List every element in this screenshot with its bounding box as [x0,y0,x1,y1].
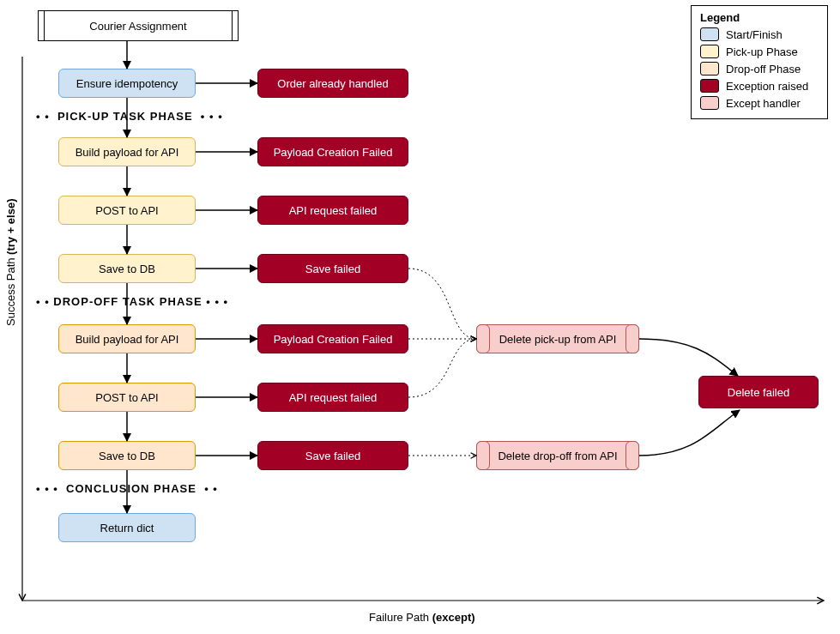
node-delete-dropoff: Delete drop-off from API [476,441,639,470]
node-save-db-1-label: Save to DB [99,263,155,275]
node-payload-failed-2-label: Payload Creation Failed [274,333,393,346]
legend-label-dropoff: Drop-off Phase [726,63,801,75]
node-post-api-1: POST to API [58,196,196,225]
node-save-failed-1: Save failed [257,254,408,283]
legend-label-exception: Exception raised [726,80,808,93]
node-save-failed-2-label: Save failed [305,450,360,462]
node-post-api-2-label: POST to API [95,391,158,404]
legend-row-start: Start/Finish [700,27,819,41]
legend-swatch-pickup [700,45,719,58]
node-api-failed-2: API request failed [257,383,408,412]
node-return-dict-label: Return dict [100,522,154,534]
y-axis-label: Success Path (try + else) [4,198,17,326]
title-text: Courier Assignment [89,20,186,33]
node-build-payload-2: Build payload for API [58,324,196,353]
legend-row-exception: Exception raised [700,79,819,93]
legend-row-handler: Except handler [700,96,819,110]
legend-row-pickup: Pick-up Phase [700,45,819,58]
title-box: Courier Assignment [38,10,239,41]
node-api-failed-2-label: API request failed [289,391,378,404]
legend-panel: Legend Start/Finish Pick-up Phase Drop-o… [691,5,828,119]
node-delete-dropoff-label: Delete drop-off from API [498,450,617,462]
node-save-failed-2: Save failed [257,441,408,470]
node-save-failed-1-label: Save failed [305,263,360,275]
node-api-failed-1: API request failed [257,196,408,225]
legend-swatch-handler [700,96,719,110]
node-build-payload-1: Build payload for API [58,137,196,166]
node-save-db-2: Save to DB [58,441,196,470]
node-post-api-2: POST to API [58,383,196,412]
node-payload-failed-1: Payload Creation Failed [257,137,408,166]
node-api-failed-1-label: API request failed [289,204,378,217]
node-delete-failed: Delete failed [698,376,819,408]
legend-row-dropoff: Drop-off Phase [700,62,819,75]
x-axis-label: Failure Path (except) [369,611,475,624]
node-post-api-1-label: POST to API [95,204,158,217]
node-save-db-2-label: Save to DB [99,450,155,462]
legend-label-pickup: Pick-up Phase [726,45,798,58]
legend-swatch-exception [700,79,719,93]
legend-label-handler: Except handler [726,97,801,110]
node-order-handled: Order already handled [257,69,408,98]
node-delete-pickup-label: Delete pick-up from API [499,333,617,346]
legend-swatch-start [700,27,719,41]
node-save-db-1: Save to DB [58,254,196,283]
phase-dropoff: • • DROP-OFF TASK PHASE • • • [36,295,228,308]
node-order-handled-label: Order already handled [277,77,388,90]
node-ensure-idempotency: Ensure idempotency [58,69,196,98]
node-delete-pickup: Delete pick-up from API [476,324,639,353]
legend-swatch-dropoff [700,62,719,75]
node-build-payload-1-label: Build payload for API [76,146,179,159]
legend-label-start: Start/Finish [726,28,783,41]
node-ensure-idempotency-label: Ensure idempotency [76,77,178,90]
legend-title: Legend [700,11,819,24]
node-delete-failed-label: Delete failed [728,386,789,399]
node-payload-failed-1-label: Payload Creation Failed [274,146,393,159]
node-build-payload-2-label: Build payload for API [76,333,179,346]
node-payload-failed-2: Payload Creation Failed [257,324,408,353]
phase-pickup: • • PICK-UP TASK PHASE • • • [36,110,223,123]
phase-conclusion: • • • CONCLUSION PHASE • • [36,482,218,495]
node-return-dict: Return dict [58,513,196,542]
